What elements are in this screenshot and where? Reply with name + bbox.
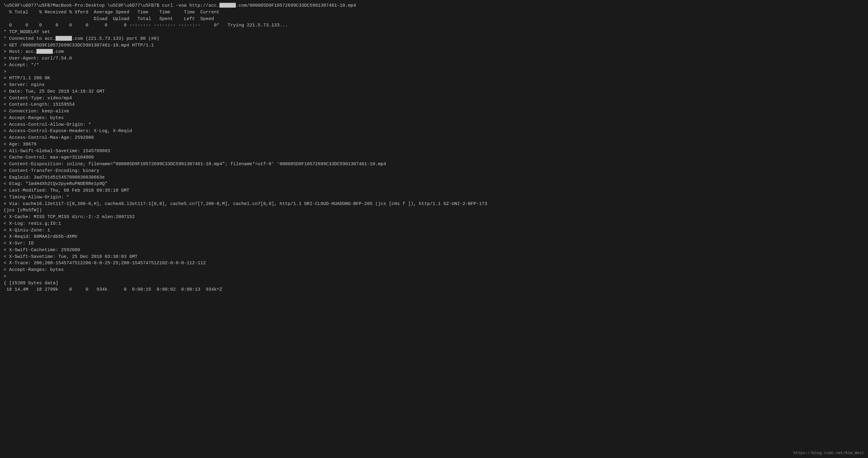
terminal-line-4: * TCP_NODELAY set bbox=[4, 29, 864, 35]
terminal-line-3: 0 0 0 0 0 0 0 0 --:--:-- --:--:-- --:--:… bbox=[4, 22, 864, 29]
terminal-line-33: < X-Log: redis.g;IO:1 bbox=[4, 221, 864, 227]
terminal-line-42: { [15209 bytes data] bbox=[4, 280, 864, 287]
terminal-line-7: > Host: acc.██████.com bbox=[4, 49, 864, 55]
terminal-line-40: < Accept-Ranges: bytes bbox=[4, 267, 864, 273]
watermark: https://blog.csdn.net/Kim_Weir bbox=[793, 450, 864, 456]
terminal-line-29: < Timing-Allow-Origin: * bbox=[4, 194, 864, 201]
terminal-line-1: % Total % Received % Xferd Average Speed… bbox=[4, 9, 864, 16]
terminal-line-12: < Server: nginx bbox=[4, 82, 864, 88]
terminal-line-24: < Content-Disposition: inline; filename=… bbox=[4, 161, 864, 168]
terminal-line-43: 18 14.4M 18 2799k 0 0 934k 0 0:00:15 0:0… bbox=[4, 286, 864, 293]
terminal-line-17: < Accept-Ranges: bytes bbox=[4, 115, 864, 121]
terminal-line-14: < Content-Type: video/mp4 bbox=[4, 95, 864, 102]
terminal-line-27: < Etag: "lm4H4Xh2tQv2pyeRuPNOERRe1p9Q" bbox=[4, 181, 864, 188]
terminal-line-8: > User-Agent: curl/7.54.0 bbox=[4, 55, 864, 62]
terminal-line-20: < Access-Control-Max-Age: 2592000 bbox=[4, 135, 864, 141]
terminal-line-15: < Content-Length: 15159554 bbox=[4, 102, 864, 108]
terminal-line-6: > GET /000005D9F10572699C33DC5901307461-… bbox=[4, 42, 864, 49]
terminal-line-41: < bbox=[4, 273, 864, 280]
terminal-line-32: < X-Cache: MISS TCP_MISS dirn:-2:-2 mlen… bbox=[4, 214, 864, 221]
terminal-line-2: Dload Upload Total Spent Left Speed bbox=[4, 16, 864, 23]
terminal-line-0: \u5C0F\u6D77\u5FB7MacBook-Pro:Desktop \u… bbox=[4, 2, 864, 9]
terminal-line-9: > Accept: */* bbox=[4, 62, 864, 69]
terminal-line-19: < Access-Control-Expose-Headers: X-Log, … bbox=[4, 128, 864, 135]
terminal-line-28: < Last-Modified: Thu, 08 Feb 2018 09:35:… bbox=[4, 188, 864, 194]
terminal-line-11: < HTTP/1.1 200 OK bbox=[4, 75, 864, 82]
terminal-line-18: < Access-Control-Allow-Origin: * bbox=[4, 121, 864, 128]
terminal-line-39: < X-Trace: 206;200-1545747512206-0-0-25-… bbox=[4, 260, 864, 267]
terminal-line-22: < Ali-Swift-Global-Savetime: 1545709083 bbox=[4, 148, 864, 154]
terminal-line-35: < X-Reqid: 80MAAIrdb5b-dXMV bbox=[4, 234, 864, 240]
terminal-line-10: > bbox=[4, 69, 864, 75]
terminal-line-16: < Connection: keep-alive bbox=[4, 108, 864, 115]
terminal-line-25: < Content-Transfer-Encoding: binary bbox=[4, 168, 864, 174]
terminal-line-36: < X-Svr: IO bbox=[4, 240, 864, 247]
terminal-output: \u5C0F\u6D77\u5FB7MacBook-Pro:Desktop \u… bbox=[4, 2, 864, 293]
terminal-line-37: < X-Swift-Cachetime: 2592000 bbox=[4, 247, 864, 254]
terminal-line-38: < X-Swift-Savetime: Tue, 25 Dec 2018 03:… bbox=[4, 254, 864, 260]
terminal-line-30: < Via: cache16.l2et117-1[0,206-0,H], cac… bbox=[4, 201, 864, 207]
terminal-line-13: < Date: Tue, 25 Dec 2018 14:18:32 GMT bbox=[4, 88, 864, 95]
terminal-line-23: < Cache-Control: max-age=31104000 bbox=[4, 154, 864, 161]
terminal-line-21: < Age: 38679 bbox=[4, 141, 864, 148]
terminal-line-31: (jcs [cMsSfW]) bbox=[4, 207, 864, 214]
terminal-line-26: < Eagleid: 3ad791d515457090830838663e bbox=[4, 174, 864, 181]
terminal-line-5: * Connected to acc.██████.com (221.5.73.… bbox=[4, 35, 864, 42]
terminal-line-34: < X-Qiniu-Zone: 1 bbox=[4, 227, 864, 234]
